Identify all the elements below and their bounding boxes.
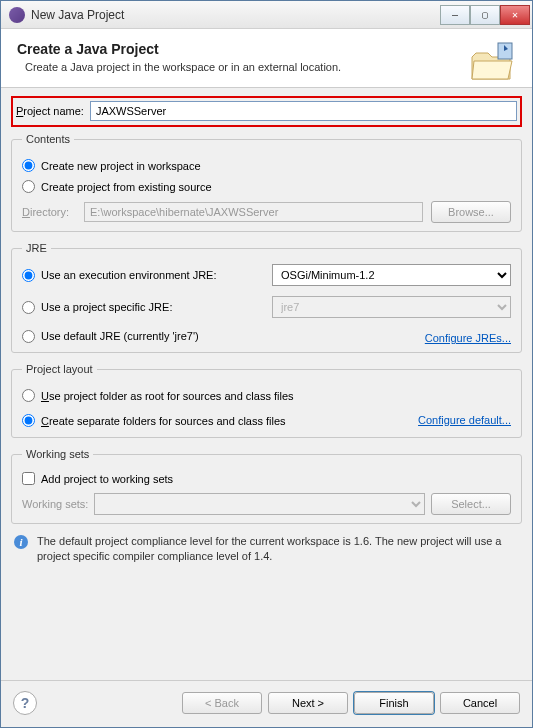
info-message: i The default project compliance level f… (11, 534, 522, 564)
jre-env-label[interactable]: Use an execution environment JRE: (41, 269, 216, 281)
window-controls: — ▢ ✕ (440, 5, 530, 25)
contents-legend: Contents (22, 133, 74, 145)
dialog-footer: ? < Back Next > Finish Cancel (1, 680, 532, 727)
jre-group: JRE Use an execution environment JRE: OS… (11, 242, 522, 353)
configure-layout-link[interactable]: Configure default... (418, 414, 511, 426)
project-name-highlight: Project name: (11, 96, 522, 127)
working-sets-legend: Working sets (22, 448, 93, 460)
maximize-button[interactable]: ▢ (470, 5, 500, 25)
jre-specific-select: jre7 (272, 296, 511, 318)
add-working-sets-label[interactable]: Add project to working sets (41, 473, 173, 485)
info-text: The default project compliance level for… (37, 534, 520, 564)
create-new-label[interactable]: Create new project in workspace (41, 160, 201, 172)
add-working-sets-checkbox[interactable] (22, 472, 35, 485)
jre-env-select[interactable]: OSGi/Minimum-1.2 (272, 264, 511, 286)
create-new-radio[interactable] (22, 159, 35, 172)
dialog-window: New Java Project — ▢ ✕ Create a Java Pro… (0, 0, 533, 728)
browse-button: Browse... (431, 201, 511, 223)
info-icon: i (13, 534, 29, 550)
page-title: Create a Java Project (17, 41, 516, 57)
layout-separate-label[interactable]: Create separate folders for sources and … (41, 415, 286, 427)
layout-separate-radio[interactable] (22, 414, 35, 427)
jre-specific-radio[interactable] (22, 301, 35, 314)
project-name-input[interactable] (90, 101, 517, 121)
next-button[interactable]: Next > (268, 692, 348, 714)
layout-legend: Project layout (22, 363, 97, 375)
jre-default-label[interactable]: Use default JRE (currently 'jre7') (41, 330, 199, 342)
app-icon (9, 7, 25, 23)
working-sets-group: Working sets Add project to working sets… (11, 448, 522, 524)
window-title: New Java Project (31, 8, 440, 22)
titlebar: New Java Project — ▢ ✕ (1, 1, 532, 29)
back-button: < Back (182, 692, 262, 714)
minimize-button[interactable]: — (440, 5, 470, 25)
jre-legend: JRE (22, 242, 51, 254)
project-name-label: Project name: (16, 105, 84, 117)
contents-group: Contents Create new project in workspace… (11, 133, 522, 232)
jre-env-radio[interactable] (22, 269, 35, 282)
working-sets-label: Working sets: (22, 498, 88, 510)
svg-rect-0 (498, 43, 512, 59)
layout-root-label[interactable]: Use project folder as root for sources a… (41, 390, 294, 402)
help-button[interactable]: ? (13, 691, 37, 715)
dialog-header: Create a Java Project Create a Java proj… (1, 29, 532, 88)
jre-specific-label[interactable]: Use a project specific JRE: (41, 301, 172, 313)
directory-label: Directory: (22, 206, 76, 218)
finish-button[interactable]: Finish (354, 692, 434, 714)
layout-root-radio[interactable] (22, 389, 35, 402)
close-button[interactable]: ✕ (500, 5, 530, 25)
project-layout-group: Project layout Use project folder as roo… (11, 363, 522, 438)
create-existing-radio[interactable] (22, 180, 35, 193)
working-sets-select (94, 493, 425, 515)
configure-jres-link[interactable]: Configure JREs... (425, 332, 511, 344)
jre-default-radio[interactable] (22, 330, 35, 343)
directory-input (84, 202, 423, 222)
create-existing-label[interactable]: Create project from existing source (41, 181, 212, 193)
select-working-sets-button: Select... (431, 493, 511, 515)
dialog-content: Project name: Contents Create new projec… (1, 88, 532, 680)
cancel-button[interactable]: Cancel (440, 692, 520, 714)
wizard-folder-icon (468, 39, 516, 87)
page-subtitle: Create a Java project in the workspace o… (25, 61, 516, 73)
